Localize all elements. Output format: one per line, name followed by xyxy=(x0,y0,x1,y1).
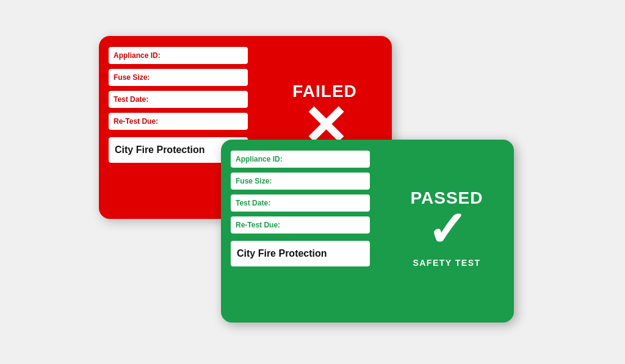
passed-card: Appliance ID: Fuse Size: Test Date: Re-T… xyxy=(221,140,514,323)
failed-test-date-field: Test Date: xyxy=(109,91,248,108)
failed-retest-due-field: Re-Test Due: xyxy=(109,113,248,130)
passed-status-icon: ✓ xyxy=(427,205,468,254)
failed-appliance-id-field: Appliance ID: xyxy=(109,47,248,64)
passed-safety-label: SAFETY TEST xyxy=(413,258,480,268)
failed-fuse-size-field: Fuse Size: xyxy=(109,69,248,86)
cards-container: Appliance ID: Fuse Size: Test Date: Re-T… xyxy=(99,36,526,329)
passed-appliance-id-field: Appliance ID: xyxy=(231,151,370,168)
passed-company-name: City Fire Protection xyxy=(231,241,370,266)
passed-retest-due-field: Re-Test Due: xyxy=(231,216,370,234)
passed-card-right: PASSED ✓ SAFETY TEST xyxy=(380,140,514,323)
passed-card-left: Appliance ID: Fuse Size: Test Date: Re-T… xyxy=(221,140,380,323)
passed-test-date-field: Test Date: xyxy=(231,194,370,212)
passed-fuse-size-field: Fuse Size: xyxy=(231,173,370,190)
